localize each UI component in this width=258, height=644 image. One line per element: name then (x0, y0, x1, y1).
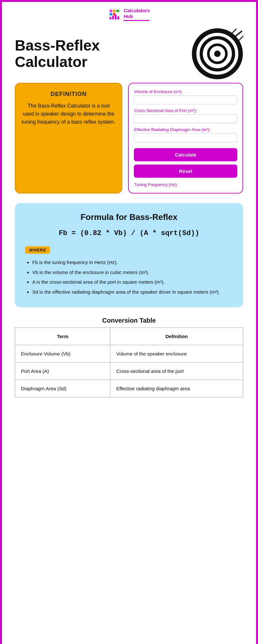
table-cell-term-0: Enclosure Volume (Vb) (15, 345, 110, 363)
svg-rect-8 (115, 14, 116, 19)
title-row: Bass-ReflexCalculator (2, 25, 256, 83)
conversion-section: Conversion Table Term Definition Enclosu… (15, 317, 243, 397)
formula-equation: Fb = (0.82 * Vb) / (A * sqrt(Sd)) (25, 229, 233, 237)
reset-button[interactable]: Reset (134, 165, 237, 178)
definition-card-title: DEFINITION (22, 91, 115, 98)
svg-rect-1 (110, 10, 112, 12)
formula-item-fb: Fb is the tuning frequency in Hertz (Hz)… (32, 259, 233, 266)
col-header-term: Term (15, 328, 110, 345)
table-row: Diaphragm Area (Sd) Effective radiating … (15, 380, 243, 397)
formula-title: Formula for Bass-Reflex (25, 212, 233, 222)
logo-icon (108, 8, 121, 21)
calculate-button[interactable]: Calculate (134, 148, 237, 161)
table-header-row: Term Definition (15, 328, 243, 345)
logo-text: Calculators Hub (124, 8, 150, 21)
formula-section: Formula for Bass-Reflex Fb = (0.82 * Vb)… (15, 203, 243, 307)
formula-item-sd: Sd is the effective radiating diaphragm … (32, 289, 233, 296)
col-header-definition: Definition (110, 328, 243, 345)
label-diaphragm-area: Effective Radiating Diaphragm Area (m²): (134, 127, 237, 132)
svg-rect-7 (112, 16, 114, 19)
table-cell-def-0: Volume of the speaker enclosure (110, 345, 243, 363)
svg-rect-3 (116, 10, 119, 12)
speaker-illustration (192, 28, 243, 80)
conversion-table: Term Definition Enclosure Volume (Vb) Vo… (15, 327, 243, 397)
table-cell-def-1: Cross-sectional area of the port (110, 363, 243, 380)
header: Calculators Hub (2, 2, 256, 25)
svg-rect-4 (110, 13, 112, 15)
page-title: Bass-ReflexCalculator (15, 37, 100, 70)
label-enclosure-volume: Volume of Enclosure (m³): (134, 89, 237, 94)
table-row: Enclosure Volume (Vb) Volume of the spea… (15, 345, 243, 363)
svg-point-13 (214, 51, 221, 57)
result-label: Tuning Frequency (Hz): (134, 182, 237, 187)
cards-row: DEFINITION The Bass-Reflex Calculator is… (2, 83, 256, 203)
svg-rect-9 (117, 16, 119, 19)
label-port-area: Cross-Sectional Area of Port (m²): (134, 108, 237, 113)
input-port-area[interactable] (134, 114, 237, 123)
input-enclosure-volume[interactable] (134, 95, 237, 104)
table-cell-term-2: Diaphragm Area (Sd) (15, 380, 110, 397)
logo-sub: Hub (124, 14, 133, 19)
formula-item-vb: Vb is the volume of the enclosure in cub… (32, 269, 233, 276)
conversion-table-title: Conversion Table (15, 317, 243, 324)
logo-underline (124, 20, 149, 21)
table-cell-def-2: Effective radiating diaphragm area (110, 380, 243, 397)
where-badge: WHERE (25, 246, 50, 254)
definition-card: DEFINITION The Bass-Reflex Calculator is… (15, 83, 122, 194)
calculator-card: Volume of Enclosure (m³): Cross-Sectiona… (128, 83, 243, 194)
logo-name: Calculators (124, 8, 150, 13)
svg-rect-2 (113, 10, 115, 12)
table-cell-term-1: Port Area (A) (15, 363, 110, 380)
formula-list: Fb is the tuning frequency in Hertz (Hz)… (25, 259, 233, 296)
table-row: Port Area (A) Cross-sectional area of th… (15, 363, 243, 380)
formula-item-a: A is the cross-sectional area of the por… (32, 279, 233, 286)
input-diaphragm-area[interactable] (134, 133, 237, 142)
definition-card-body: The Bass-Reflex Calculator is a tool use… (22, 102, 115, 126)
svg-rect-6 (110, 17, 111, 19)
logo-area: Calculators Hub (108, 8, 150, 21)
